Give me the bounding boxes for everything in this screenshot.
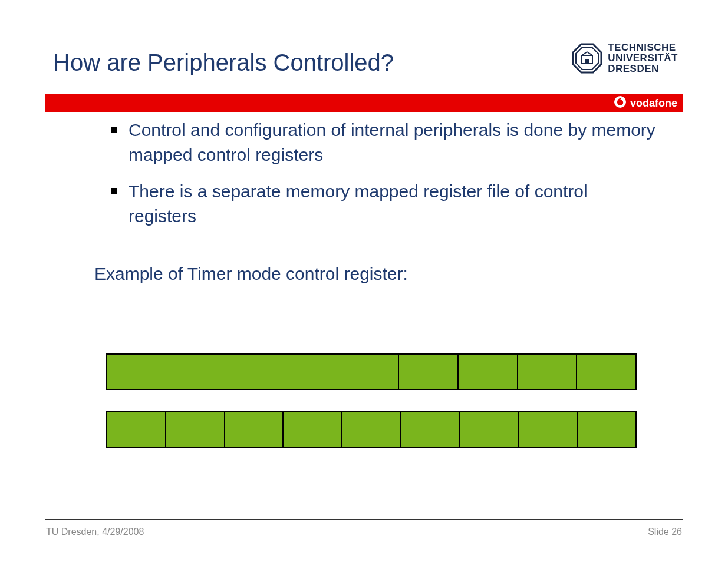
register-cell — [224, 412, 283, 447]
footer-slide-prefix: Slide — [648, 527, 671, 537]
footer-left: TU Dresden, 4/29/2008 — [46, 527, 144, 537]
register-cell — [165, 412, 224, 447]
svg-marker-1 — [576, 47, 598, 70]
register-cell — [282, 412, 341, 447]
tud-logo: TECHNISCHE UNIVERSITÄT DRESDEN — [571, 42, 678, 74]
slide: How are Peripherals Controlled? TECHNISC… — [0, 0, 728, 562]
tud-line3: DRESDEN — [608, 64, 678, 74]
tud-seal-icon — [571, 42, 603, 74]
tud-line1: TECHNISCHE — [608, 42, 678, 53]
vodafone-text: vodafone — [630, 97, 677, 110]
register-cell — [457, 355, 517, 389]
bullet-item: There is a separate memory mapped regist… — [94, 179, 657, 229]
register-cell — [576, 355, 635, 389]
vodafone-drop-icon — [614, 95, 627, 111]
register-cell — [517, 355, 577, 389]
register-cell — [459, 412, 518, 447]
register-diagram — [106, 353, 637, 469]
tud-logo-text: TECHNISCHE UNIVERSITÄT DRESDEN — [608, 42, 678, 74]
register-cell — [106, 412, 165, 447]
slide-title: How are Peripherals Controlled? — [53, 49, 394, 76]
register-cell — [106, 355, 398, 389]
brand-bar: vodafone — [45, 94, 683, 112]
example-label: Example of Timer mode control register: — [94, 264, 657, 284]
register-cell — [400, 412, 459, 447]
footer-right: Slide 26 — [648, 527, 682, 537]
register-cell — [341, 412, 400, 447]
svg-marker-0 — [573, 44, 601, 72]
register-cell — [518, 412, 577, 447]
vodafone-logo: vodafone — [614, 95, 677, 111]
bullet-list: Control and configuration of internal pe… — [94, 118, 657, 229]
register-cell — [577, 412, 635, 447]
content: Control and configuration of internal pe… — [94, 118, 657, 284]
register-row — [106, 411, 637, 448]
svg-rect-3 — [585, 59, 589, 64]
register-row — [106, 353, 637, 390]
footer-divider — [45, 519, 683, 520]
footer-slide-number: 26 — [671, 527, 682, 537]
tud-line2: UNIVERSITÄT — [608, 53, 678, 64]
register-cell — [398, 355, 457, 389]
bullet-item: Control and configuration of internal pe… — [94, 118, 657, 167]
